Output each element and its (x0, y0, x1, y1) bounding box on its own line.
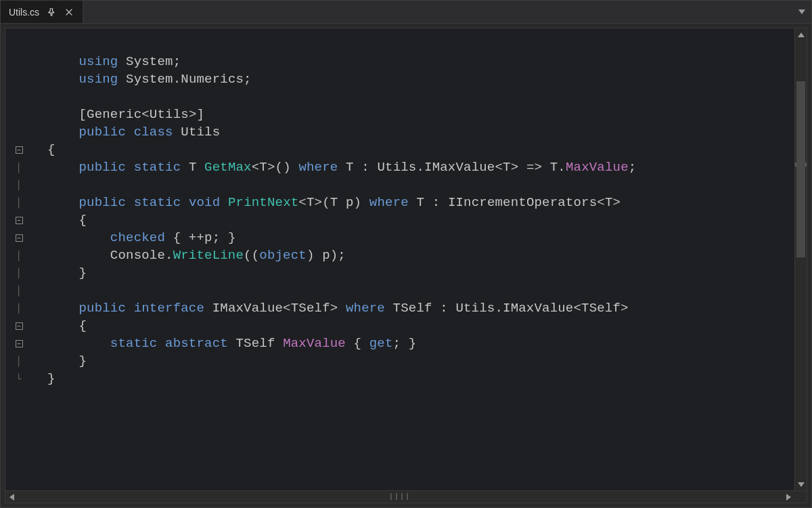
gutter-row[interactable]: │ (5, 247, 32, 264)
tab-bar: Utils.cs (1, 1, 811, 24)
folding-gutter[interactable]: −│││−−││││−−│└ (5, 28, 32, 490)
tab-filename: Utils.cs (9, 7, 39, 18)
gutter-row[interactable]: │ (5, 282, 32, 299)
code-line[interactable]: } (47, 352, 794, 370)
gutter-row[interactable]: └ (5, 370, 32, 387)
fold-guide-icon: │ (16, 286, 22, 296)
tabbar-spacer (83, 1, 792, 23)
code-line[interactable]: using System; (47, 53, 794, 70)
gutter-row[interactable] (5, 70, 32, 88)
hscroll-grip-icon: |||| (389, 493, 411, 501)
fold-guide-icon: │ (16, 356, 22, 366)
fold-toggle-icon[interactable]: − (16, 217, 23, 224)
vscroll-track[interactable] (795, 41, 807, 478)
hscroll-track[interactable]: |||| (18, 491, 782, 503)
gutter-row[interactable]: │ (5, 264, 32, 282)
code-line[interactable]: checked { ++p; } (47, 229, 794, 247)
code-line[interactable]: public static T GetMax<T>() where T : Ut… (47, 158, 794, 176)
vscroll-thumb[interactable] (796, 81, 805, 257)
code-line[interactable]: public interface IMaxValue<TSelf> where … (47, 299, 794, 317)
code-line[interactable] (47, 176, 794, 194)
close-icon[interactable] (64, 7, 74, 18)
fold-toggle-icon[interactable]: − (16, 234, 23, 242)
code-line[interactable] (47, 282, 794, 299)
scroll-up-arrow[interactable] (795, 28, 807, 41)
horizontal-scrollbar[interactable]: |||| (5, 490, 807, 503)
gutter-row[interactable] (5, 53, 32, 70)
vertical-scrollbar[interactable] (794, 28, 807, 490)
fold-end-icon: └ (16, 374, 22, 384)
gutter-row[interactable] (5, 123, 32, 141)
scroll-left-arrow[interactable] (5, 491, 18, 503)
fold-guide-icon: │ (16, 198, 22, 208)
pin-icon[interactable] (46, 7, 57, 18)
gutter-row[interactable]: │ (5, 158, 32, 176)
fold-guide-icon: │ (16, 268, 22, 278)
tab-overflow-button[interactable] (792, 1, 811, 23)
gutter-row[interactable]: − (5, 317, 32, 335)
code-line[interactable]: } (47, 264, 794, 282)
fold-guide-icon: │ (16, 303, 22, 314)
chevron-down-icon (796, 7, 807, 18)
gutter-row[interactable]: │ (5, 176, 32, 194)
gutter-row[interactable]: − (5, 141, 32, 158)
gutter-row[interactable] (5, 106, 32, 123)
editor-body: −│││−−││││−−│└ using System; using Syste… (5, 28, 807, 490)
code-line[interactable]: { (47, 317, 794, 335)
code-line[interactable] (47, 88, 794, 106)
file-tab[interactable]: Utils.cs (1, 1, 83, 23)
gutter-row[interactable]: − (5, 229, 32, 247)
scrollbar-corner (794, 491, 807, 503)
gutter-row[interactable]: − (5, 211, 32, 229)
gutter-row[interactable]: │ (5, 352, 32, 370)
code-line[interactable]: } (47, 370, 794, 387)
fold-guide-icon: │ (16, 163, 22, 173)
code-line[interactable]: { (47, 211, 794, 229)
fold-guide-icon: │ (16, 180, 22, 190)
gutter-row[interactable]: − (5, 335, 32, 352)
scroll-down-arrow[interactable] (795, 478, 807, 490)
code-line[interactable]: public class Utils (47, 123, 794, 141)
gutter-row[interactable]: │ (5, 299, 32, 317)
editor-window: Utils.cs −│││−−││││−−│└ using System; (0, 0, 812, 508)
gutter-row[interactable] (5, 88, 32, 106)
code-line[interactable]: Console.WriteLine((object) p); (47, 247, 794, 264)
code-editor[interactable]: using System; using System.Numerics; [Ge… (32, 28, 794, 490)
fold-toggle-icon[interactable]: − (16, 146, 23, 154)
fold-guide-icon: │ (16, 251, 22, 261)
fold-toggle-icon[interactable]: − (16, 322, 23, 330)
fold-toggle-icon[interactable]: − (16, 340, 23, 347)
code-line[interactable]: using System.Numerics; (47, 70, 794, 88)
code-line[interactable]: [Generic<Utils>] (47, 106, 794, 123)
code-line[interactable]: { (47, 141, 794, 158)
code-line[interactable]: static abstract TSelf MaxValue { get; } (47, 335, 794, 352)
code-line[interactable]: public static void PrintNext<T>(T p) whe… (47, 194, 794, 211)
editor-area: −│││−−││││−−│└ using System; using Syste… (5, 28, 807, 503)
scroll-right-arrow[interactable] (782, 491, 794, 503)
gutter-row[interactable]: │ (5, 194, 32, 211)
